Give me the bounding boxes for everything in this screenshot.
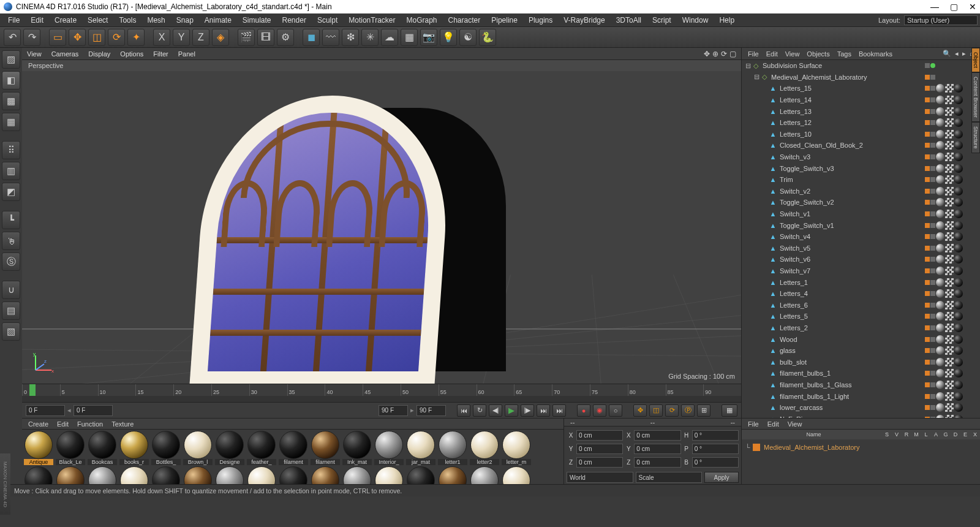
om-menu-objects[interactable]: Objects (807, 50, 829, 58)
menu-mograph[interactable]: MoGraph (401, 16, 443, 25)
attr-col-l[interactable]: L (921, 431, 931, 438)
make-editable[interactable]: ▨ (2, 50, 20, 69)
play-button[interactable]: ▶ (505, 404, 518, 417)
om-item[interactable]: ▲Toggle_Switch_v2 (742, 197, 980, 208)
viewport[interactable]: Grid Spacing : 100 cm y x z (22, 71, 741, 384)
viewport-solo[interactable]: 🖰 (2, 232, 20, 250)
attr-col-m[interactable]: M (911, 431, 921, 438)
coord-X-bv[interactable]: 0 cm (634, 430, 680, 441)
om-item[interactable]: ▲Switch_v5 (742, 243, 980, 254)
menu-render[interactable]: Render (277, 16, 312, 25)
menu-create[interactable]: Create (49, 16, 82, 25)
vp-menu-view[interactable]: View (27, 50, 42, 58)
maximize-button[interactable]: ▢ (950, 2, 958, 12)
coord-X-av[interactable]: 0 cm (576, 430, 623, 441)
range-start-field[interactable]: 0 F (26, 405, 65, 416)
attr-col-g[interactable]: G (941, 431, 951, 438)
om-item[interactable]: ▲Letters_14 (742, 94, 980, 106)
mat-menu-texture[interactable]: Texture (111, 420, 134, 428)
prev-frame[interactable]: ⏭ (537, 404, 550, 417)
texture-mode[interactable]: ▩ (2, 92, 20, 110)
om-item[interactable]: ▲Letters_15 (742, 83, 980, 94)
coord-Y-av[interactable]: 0 cm (576, 444, 623, 454)
om-item[interactable]: ▲filament_bulbs_1_Glass (742, 379, 980, 391)
material-feather_[interactable]: feather_ (246, 431, 277, 465)
coord-apply-button[interactable]: Apply (704, 472, 739, 483)
om-menu-tags[interactable]: Tags (837, 50, 851, 58)
layer-row[interactable]: └ Medieval_Alchemist_Laboratory (745, 442, 976, 453)
attr-menu-edit[interactable]: Edit (767, 420, 779, 428)
attr-col-v[interactable]: V (892, 431, 902, 438)
coord-Y-bv[interactable]: 0 cm (634, 444, 680, 454)
om-item[interactable]: ▲glass (742, 345, 980, 357)
tab-object[interactable]: Object (971, 48, 980, 72)
timeline-ruler[interactable]: 051015202530354045505560657075808590 (22, 384, 741, 396)
om-search-icon[interactable]: 🔍 (943, 50, 951, 58)
menu-3dtoall[interactable]: 3DToAll (611, 16, 647, 25)
menu-file[interactable]: File (2, 16, 25, 25)
poly-mode[interactable]: ◩ (2, 183, 20, 201)
vp-menu-cameras[interactable]: Cameras (51, 50, 79, 58)
material-letter1[interactable]: letter1 (437, 431, 468, 465)
render-view[interactable]: 🎬 (238, 29, 255, 46)
close-button[interactable]: ✕ (969, 2, 976, 12)
om-item[interactable]: ▲Trim (742, 174, 980, 186)
edge-mode[interactable]: ▥ (2, 162, 20, 180)
key-pla[interactable]: ⊞ (697, 404, 710, 417)
material-antique[interactable]: Antique (23, 431, 54, 465)
vp-pan-icon[interactable]: ✥ (704, 50, 710, 58)
magnet-tool[interactable]: ∪ (2, 281, 20, 299)
om-item[interactable]: ▲Toggle_Switch_v1 (742, 219, 980, 231)
dopesheet-button[interactable]: ▦ (722, 404, 737, 417)
om-item[interactable]: ▲Switch_v7 (742, 265, 980, 277)
om-item[interactable]: ▲bulb_slot (742, 356, 980, 368)
undo-button[interactable]: ↶ (4, 29, 21, 46)
material-filament[interactable]: filament (310, 431, 341, 465)
material-books_r[interactable]: books_r (119, 431, 149, 465)
coord-Z-av[interactable]: 0 cm (576, 457, 623, 468)
add-spline[interactable]: 〰 (322, 29, 339, 46)
keymode-button[interactable]: ○ (609, 404, 622, 417)
om-item[interactable]: ▲Letters_1 (742, 276, 980, 288)
om-item[interactable]: ▲Switch_v1 (742, 208, 980, 220)
menu-help[interactable]: Help (714, 16, 740, 25)
menu-pipeline[interactable]: Pipeline (486, 16, 523, 25)
attr-col-d[interactable]: D (951, 431, 960, 438)
menu-simulate[interactable]: Simulate (237, 16, 277, 25)
material-black_le[interactable]: Black_Le (55, 431, 86, 465)
menu-character[interactable]: Character (443, 16, 486, 25)
om-item[interactable]: ▲Switch_v3 (742, 151, 980, 163)
om-item[interactable]: ▲filament_bulbs_1_Light (742, 390, 980, 402)
add-deformer[interactable]: ✳ (361, 29, 379, 46)
add-light2[interactable]: 💡 (440, 29, 457, 46)
menu-script[interactable]: Script (647, 16, 677, 25)
render-settings[interactable]: ⚙ (277, 29, 294, 46)
vp-menu-filter[interactable]: Filter (153, 50, 168, 58)
select-tool[interactable]: ▭ (49, 29, 66, 46)
om-item[interactable]: ▲N_F_Ring (742, 413, 980, 418)
axis-tool[interactable]: ┗ (2, 211, 20, 229)
coord-Z-cv[interactable]: 0 ° (692, 457, 739, 468)
vp-menu-panel[interactable]: Panel (178, 50, 195, 58)
add-generator[interactable]: ❇ (342, 29, 359, 46)
om-tree[interactable]: ⊟◇Subdivision Surface⊟◇Medieval_Alchemis… (742, 60, 980, 418)
current-frame-left[interactable]: 0 F (74, 405, 113, 416)
layout-selector[interactable]: Startup (User) (904, 15, 978, 25)
menu-window[interactable]: Window (677, 16, 714, 25)
menu-edit[interactable]: Edit (25, 16, 49, 25)
material-designe[interactable]: Designe (214, 431, 245, 465)
key-scale[interactable]: ◫ (649, 404, 663, 417)
vp-zoom-icon[interactable]: ⊕ (712, 50, 718, 58)
axis-z-toggle[interactable]: Z (192, 29, 209, 46)
coord-X-cv[interactable]: 0 ° (692, 430, 739, 441)
tab-content[interactable]: Content Browser (971, 72, 980, 122)
point-mode[interactable]: ⠿ (2, 141, 20, 159)
last-tool[interactable]: ✦ (127, 29, 145, 46)
om-item[interactable]: ▲Toggle_Switch_v3 (742, 162, 980, 174)
om-item[interactable]: ▲Letters_6 (742, 299, 980, 311)
material-filament[interactable]: filament (278, 431, 309, 465)
coord-space-dropdown[interactable]: World (567, 472, 633, 483)
attr-col-e[interactable]: E (960, 431, 970, 438)
material-brown_l[interactable]: Brown_l (183, 431, 213, 465)
material-ink_mat[interactable]: Ink_mat (342, 431, 372, 465)
